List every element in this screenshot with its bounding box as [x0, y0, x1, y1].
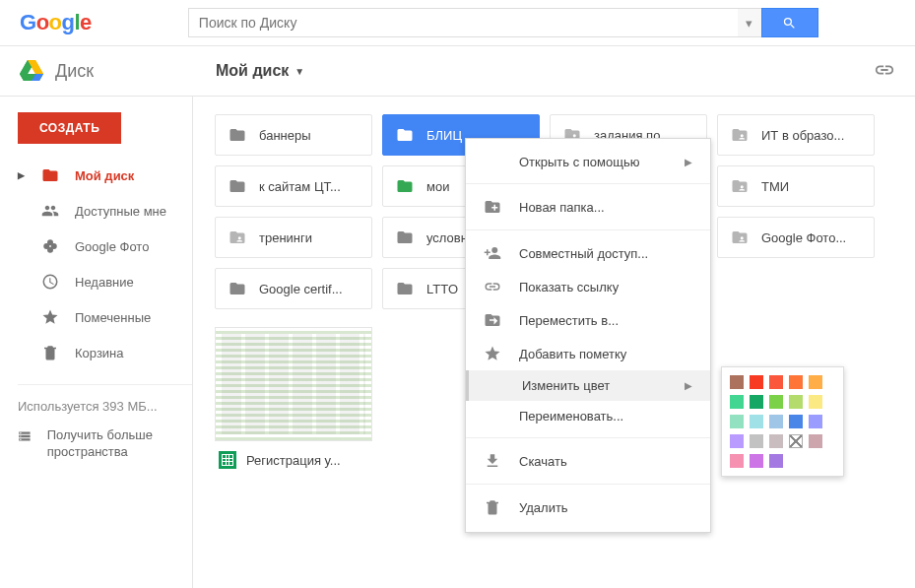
file-item[interactable]: Регистрация у...: [215, 327, 372, 479]
svg-point-6: [47, 247, 53, 253]
file-name: Регистрация у...: [246, 453, 341, 468]
color-picker: [721, 366, 844, 477]
folder-icon: [228, 229, 247, 246]
search-button[interactable]: [761, 8, 818, 37]
menu-move[interactable]: Переместить в...: [466, 303, 710, 337]
folder-item[interactable]: ТМИ: [717, 165, 875, 207]
drive-icon: [20, 60, 43, 82]
folder-icon: [730, 229, 750, 246]
search-input[interactable]: [188, 8, 738, 37]
folder-label: Google Фото...: [761, 230, 846, 245]
create-button[interactable]: СОЗДАТЬ: [18, 112, 121, 144]
folder-label: баннеры: [259, 128, 311, 143]
sidebar-item-recent[interactable]: Недавние: [18, 264, 192, 299]
color-swatch[interactable]: [750, 395, 763, 409]
photos-icon: [41, 237, 59, 255]
menu-rename[interactable]: Переименовать...: [466, 401, 710, 431]
menu-new-folder[interactable]: Новая папка...: [466, 190, 710, 224]
color-swatch[interactable]: [750, 454, 763, 468]
color-swatch[interactable]: [730, 415, 744, 428]
svg-point-13: [741, 236, 744, 239]
menu-star[interactable]: Добавить пометку: [466, 337, 710, 370]
sidebar-item-label: Google Фото: [75, 239, 149, 254]
sidebar-item-shared[interactable]: Доступные мне: [18, 193, 192, 229]
clock-icon: [41, 273, 59, 291]
sidebar-item-label: Доступные мне: [75, 204, 166, 219]
folder-icon: [228, 126, 247, 144]
color-swatch[interactable]: [789, 395, 803, 409]
color-swatch[interactable]: [769, 454, 783, 468]
folder-item[interactable]: к сайтам ЦТ...: [215, 165, 372, 207]
sidebar-item-label: Мой диск: [75, 168, 134, 183]
star-icon: [484, 345, 501, 362]
svg-point-10: [741, 185, 744, 188]
chevron-right-icon: ▶: [685, 157, 692, 167]
color-swatch[interactable]: [809, 375, 822, 389]
folder-label: LTTO: [426, 282, 458, 296]
color-swatch[interactable]: [730, 375, 744, 389]
folder-item[interactable]: ИТ в образо...: [717, 114, 875, 156]
menu-change-color[interactable]: Изменить цвет ▶: [466, 370, 710, 401]
color-swatch[interactable]: [769, 375, 783, 389]
color-swatch[interactable]: [769, 415, 783, 428]
new-folder-icon: [484, 198, 501, 216]
storage-used-text: Используется 393 МБ...: [18, 399, 192, 414]
star-icon: [41, 308, 59, 326]
context-menu: Открыть с помощью ▶ Новая папка... Совме…: [465, 138, 711, 533]
folder-item[interactable]: баннеры: [215, 114, 372, 156]
menu-download[interactable]: Скачать: [466, 444, 710, 478]
color-swatch[interactable]: [789, 375, 803, 389]
folder-icon: [41, 166, 59, 184]
people-icon: [41, 202, 59, 220]
menu-get-link[interactable]: Показать ссылку: [466, 270, 710, 303]
color-swatch[interactable]: [750, 434, 763, 448]
color-swatch[interactable]: [769, 434, 783, 448]
folder-label: тренинги: [259, 230, 312, 245]
main-content: баннерыБЛИЦзадания по ...ИТ в образо...к…: [193, 97, 915, 588]
drive-logo[interactable]: Диск: [20, 60, 192, 82]
storage-link-label: Получить больше пространства: [47, 427, 192, 461]
sidebar-item-photos[interactable]: Google Фото: [18, 229, 192, 264]
color-swatch[interactable]: [750, 375, 763, 389]
svg-point-5: [47, 239, 53, 245]
menu-delete[interactable]: Удалить: [466, 490, 710, 524]
folder-icon: [730, 177, 750, 195]
color-swatch[interactable]: [809, 415, 822, 428]
app-name: Диск: [55, 61, 94, 82]
svg-point-11: [238, 236, 241, 239]
search-options-dropdown[interactable]: ▾: [738, 8, 761, 37]
menu-open-with[interactable]: Открыть с помощью ▶: [466, 147, 710, 177]
sidebar-item-starred[interactable]: Помеченные: [18, 299, 192, 335]
sidebar-item-my-drive[interactable]: ▶ Мой диск: [18, 158, 192, 193]
folder-item[interactable]: Google certif...: [215, 268, 372, 309]
google-logo: Google: [20, 10, 92, 35]
file-thumbnail: [215, 327, 372, 441]
get-more-storage[interactable]: Получить больше пространства: [18, 427, 192, 461]
color-swatch[interactable]: [750, 415, 763, 428]
folder-label: ТМИ: [761, 179, 789, 194]
color-swatch[interactable]: [730, 395, 744, 409]
trash-icon: [484, 498, 501, 516]
svg-point-8: [741, 134, 744, 137]
storage-icon: [18, 427, 32, 445]
folder-item[interactable]: тренинги: [215, 217, 372, 258]
sidebar-item-label: Корзина: [75, 346, 124, 360]
folder-icon: [228, 177, 247, 195]
folder-icon: [395, 177, 415, 195]
link-icon: [484, 278, 501, 295]
color-swatch[interactable]: [789, 415, 803, 428]
folder-icon: [395, 280, 415, 297]
folder-label: к сайтам ЦТ...: [259, 179, 341, 194]
color-swatch[interactable]: [730, 454, 744, 468]
folder-item[interactable]: Google Фото...: [717, 217, 875, 258]
color-swatch[interactable]: [809, 395, 822, 409]
breadcrumb[interactable]: Мой диск ▼: [216, 62, 304, 80]
color-swatch[interactable]: [769, 395, 783, 409]
color-swatch[interactable]: [730, 434, 744, 448]
sidebar-item-trash[interactable]: Корзина: [18, 335, 192, 370]
color-swatch[interactable]: [789, 434, 803, 448]
chevron-down-icon: ▼: [294, 66, 304, 77]
menu-share[interactable]: Совместный доступ...: [466, 236, 710, 270]
color-swatch[interactable]: [809, 434, 822, 448]
get-link-button[interactable]: [874, 59, 895, 84]
